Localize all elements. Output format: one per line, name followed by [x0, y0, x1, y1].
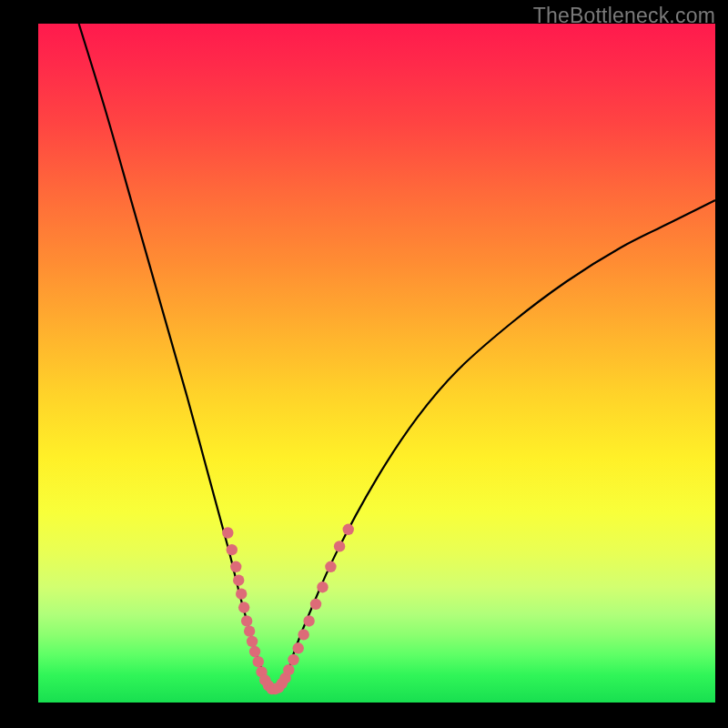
marker-dot [298, 629, 308, 640]
marker-dot [227, 544, 238, 555]
marker-dot [233, 575, 244, 586]
marker-dot [244, 625, 255, 636]
marker-dot [247, 636, 258, 647]
plot-area [38, 24, 715, 703]
marker-dot [253, 656, 264, 667]
marker-dot [310, 599, 321, 610]
marker-dot [238, 602, 249, 612]
marker-dot [334, 541, 345, 551]
marker-dot [317, 581, 328, 592]
watermark-text: TheBottleneck.com [533, 4, 715, 28]
marker-dot [293, 642, 304, 653]
curve-layer [38, 24, 715, 703]
marker-dot [343, 524, 354, 535]
bottleneck-curve [79, 24, 715, 689]
marker-dot [230, 561, 241, 572]
chart-frame: TheBottleneck.com [0, 0, 728, 728]
marker-dot [283, 664, 294, 675]
marker-dot [303, 615, 314, 626]
marker-dot [325, 561, 336, 572]
marker-dot [249, 646, 260, 657]
marker-dot [288, 654, 298, 665]
marker-dot [236, 588, 247, 599]
marker-dot [241, 615, 252, 626]
highlight-dots [222, 524, 354, 695]
marker-dot [222, 527, 233, 538]
